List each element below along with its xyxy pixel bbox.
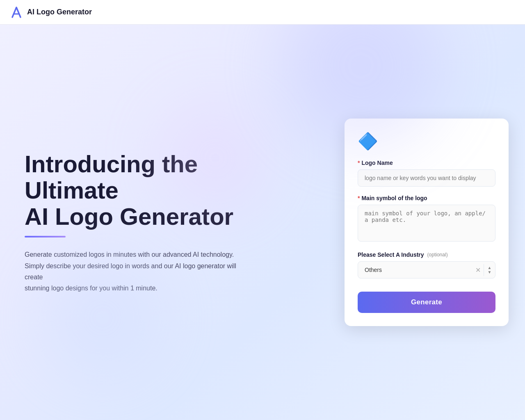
arrow-down-icon: ▼	[488, 270, 492, 274]
main-symbol-label-text: Main symbol of the logo	[361, 195, 427, 201]
industry-select-arrows[interactable]: ▲ ▼	[484, 264, 495, 276]
arrow-up-icon: ▲	[488, 266, 492, 270]
hero-desc-line3: stunning logo designs for you within 1 m…	[25, 285, 158, 292]
hero-underline	[25, 236, 66, 237]
card-icon: 🔷	[358, 132, 377, 151]
hero-line1: Introducing the	[25, 151, 198, 177]
industry-field-group: Please Select A Industry (optional) Othe…	[358, 251, 495, 278]
logo-name-input[interactable]	[358, 169, 495, 187]
header: AI Logo Generator	[0, 0, 525, 25]
industry-label-text: Please Select A Industry	[358, 251, 424, 258]
logo-name-field-group: * Logo Name	[358, 160, 495, 187]
industry-optional-text: (optional)	[427, 252, 448, 258]
app-title: AI Logo Generator	[27, 8, 92, 16]
logo-name-label-text: Logo Name	[361, 160, 393, 166]
main-symbol-required-star: *	[358, 195, 360, 201]
main-content: Introducing the Ultimate AI Logo Generat…	[0, 25, 525, 420]
industry-label: Please Select A Industry (optional)	[358, 251, 495, 258]
main-symbol-input[interactable]	[358, 205, 495, 242]
generate-button[interactable]: Generate	[358, 292, 495, 313]
form-panel: 🔷 * Logo Name * Main symbol of the logo	[336, 25, 525, 420]
form-card: 🔷 * Logo Name * Main symbol of the logo	[345, 119, 509, 326]
app-logo-icon	[10, 6, 23, 19]
industry-clear-button[interactable]: ✕	[472, 264, 484, 276]
logo-name-required-star: *	[358, 160, 360, 166]
industry-select-wrapper[interactable]: Others ✕ ▲ ▼	[358, 261, 495, 278]
hero-title: Introducing the Ultimate AI Logo Generat…	[25, 151, 312, 229]
hero-line2: Ultimate	[25, 177, 119, 203]
main-symbol-field-group: * Main symbol of the logo	[358, 195, 495, 243]
industry-select-value: Others	[358, 262, 472, 278]
logo-name-label: * Logo Name	[358, 160, 495, 166]
hero-line3: AI Logo Generator	[25, 203, 233, 230]
hero-desc-line1: Generate customized logos in minutes wit…	[25, 251, 234, 258]
hero-description: Generate customized logos in minutes wit…	[25, 249, 238, 294]
main-symbol-label: * Main symbol of the logo	[358, 195, 495, 201]
hero-section: Introducing the Ultimate AI Logo Generat…	[0, 25, 336, 420]
hero-desc-line2: Simply describe your desired logo in wor…	[25, 262, 236, 281]
